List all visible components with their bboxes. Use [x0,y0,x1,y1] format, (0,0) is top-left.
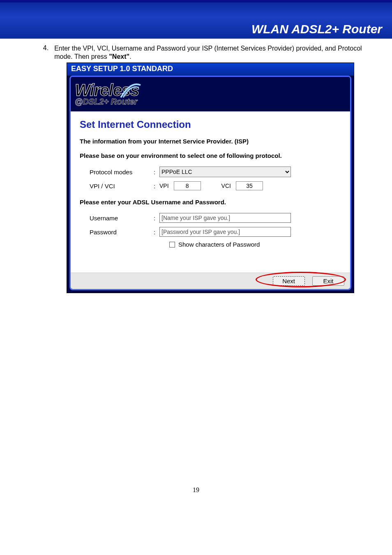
wifi-arc-icon [120,79,141,100]
username-input[interactable] [159,213,291,223]
section-title: Set Internet Connection [80,119,341,130]
page-body: 4. Enter the VPI, VCI, Username and Pass… [0,39,392,506]
button-bar-wrap: Next Exit [71,273,350,289]
colon: : [150,169,159,176]
label-vpivci: VPI / VCI [80,183,150,190]
row-vpivci: VPI / VCI : VPI VCI [80,181,341,190]
exit-button[interactable]: Exit [312,276,344,286]
isp-info-line: The information from your Internet Servi… [80,138,341,145]
vpi-input[interactable] [174,181,201,190]
app-inner-frame: Wireless @DSL2+ Router Set Internet Conn… [69,76,351,290]
colon: : [150,229,159,236]
colon: : [150,183,159,190]
label-password: Password [80,229,150,236]
logo-band: Wireless @DSL2+ Router [71,77,350,111]
instruction-bold: "Next" [109,53,129,60]
instruction-part-a: Enter the VPI, VCI, Username and Passwor… [54,45,362,60]
instruction-text: Enter the VPI, VCI, Username and Passwor… [54,44,376,61]
white-panel: Set Internet Connection The information … [71,111,350,273]
label-protocol: Protocol modes [80,169,150,176]
vci-input[interactable] [236,181,263,190]
logo-wireless: Wireless [75,81,139,99]
protocol-instruction-line: Please base on your environment to selec… [80,152,341,159]
instruction-number: 4. [16,44,54,61]
cred-instruction-line: Please enter your ADSL Username and Pass… [80,199,341,206]
row-protocol: Protocol modes : PPPoE LLC [80,166,341,177]
show-password-checkbox[interactable] [169,242,175,247]
protocol-select[interactable]: PPPoE LLC [159,166,291,177]
page-header-title: WLAN ADSL2+ Router [251,22,382,36]
instruction-row: 4. Enter the VPI, VCI, Username and Pass… [16,44,376,61]
instruction-part-b: . [129,53,131,60]
page-number: 19 [16,486,376,506]
label-vpi: VPI [159,183,169,189]
button-bar: Next Exit [71,273,350,289]
row-password: Password : [80,227,341,237]
password-input[interactable] [159,227,291,237]
show-password-row: Show characters of Password [169,241,341,248]
header-band: WLAN ADSL2+ Router [0,2,392,39]
app-titlebar: EASY SETUP 1.0 STANDARD [67,63,354,76]
next-button[interactable]: Next [273,276,305,286]
label-vci: VCI [221,183,231,189]
row-username: Username : [80,213,341,223]
label-username: Username [80,215,150,222]
show-password-label: Show characters of Password [178,241,260,248]
app-screenshot: EASY SETUP 1.0 STANDARD Wireless @DSL2+ … [67,62,354,293]
colon: : [150,215,159,222]
